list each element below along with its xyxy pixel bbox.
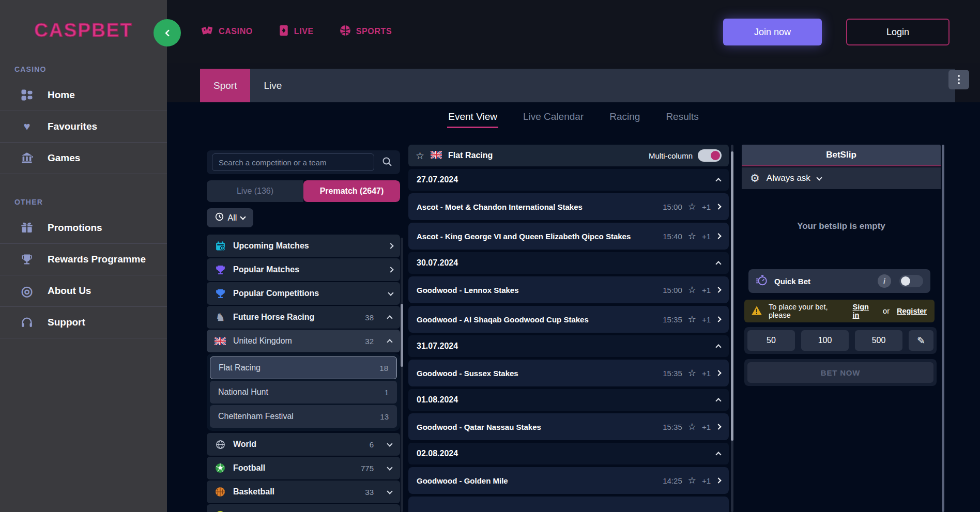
- event-name: Ascot - Moet & Chandon International Sta…: [417, 203, 583, 211]
- event-time: 15:35: [663, 369, 682, 378]
- sidebar-item-rewards[interactable]: Rewards Programme: [0, 244, 167, 275]
- prematch-filter-tab[interactable]: Prematch (2647): [303, 180, 400, 202]
- favourite-star-icon[interactable]: ☆: [688, 421, 696, 432]
- bet-now-button[interactable]: BET NOW: [747, 362, 933, 383]
- time-filter-value: All: [228, 213, 237, 223]
- favourite-star-icon[interactable]: ☆: [688, 367, 696, 379]
- date-group-header[interactable]: 30.07.2024: [408, 252, 729, 274]
- chevron-up-icon: [387, 339, 392, 345]
- tab-results[interactable]: Results: [665, 109, 699, 127]
- sport-item-world[interactable]: World 6: [207, 433, 400, 456]
- sidebar-item-support[interactable]: Support: [0, 307, 167, 338]
- sport-label: World: [233, 440, 256, 449]
- event-row[interactable]: Goodwood - Golden Mile 14:25 ☆ +1: [408, 467, 729, 494]
- tab-sport[interactable]: Sport: [200, 69, 250, 102]
- date-group-header[interactable]: 27.07.2024: [408, 169, 729, 191]
- menu-item-popular-competitions[interactable]: Popular Competitions: [207, 282, 400, 305]
- sport-label: Basketball: [233, 487, 274, 497]
- sign-in-link[interactable]: Sign in: [853, 303, 876, 319]
- cards-icon: [201, 25, 213, 38]
- join-now-button[interactable]: Join now: [723, 19, 822, 45]
- nav-sports[interactable]: SPORTS: [340, 25, 392, 38]
- subcategory-cheltenham-festival[interactable]: Cheltenham Festival 13: [210, 405, 397, 428]
- tab-event-view[interactable]: Event View: [447, 109, 498, 128]
- event-name: Goodwood - Qatar Nassau Stakes: [417, 423, 541, 431]
- sidebar-item-promotions[interactable]: Promotions: [0, 212, 167, 244]
- event-row-partial[interactable]: [408, 497, 729, 512]
- nav-casino[interactable]: CASINO: [201, 25, 253, 38]
- subcategory-national-hunt[interactable]: National Hunt 1: [210, 381, 397, 404]
- stake-button-100[interactable]: 100: [801, 330, 849, 351]
- date-group-header[interactable]: 01.08.2024: [408, 389, 729, 411]
- time-filter-dropdown[interactable]: All: [207, 208, 253, 227]
- event-name: Goodwood - Sussex Stakes: [417, 369, 518, 378]
- subcategory-flat-racing[interactable]: Flat Racing 18: [210, 356, 397, 379]
- nav-live[interactable]: LIVE: [279, 25, 314, 38]
- sport-item-football[interactable]: Football 775: [207, 457, 400, 479]
- favourite-star-icon[interactable]: ☆: [688, 314, 696, 325]
- slot-machine-icon: [20, 152, 34, 164]
- multi-column-label: Multi-column: [649, 151, 693, 160]
- more-markets-count: +1: [702, 232, 711, 241]
- sport-count: 775: [361, 464, 374, 473]
- multi-column-toggle[interactable]: [698, 149, 722, 162]
- sidebar-item-home[interactable]: Home: [0, 80, 167, 111]
- tab-live-calendar[interactable]: Live Calendar: [522, 109, 585, 127]
- target-icon: ◎: [20, 283, 34, 299]
- tab-live[interactable]: Live: [250, 69, 295, 102]
- quick-bet-toggle[interactable]: [899, 275, 923, 287]
- competitions-scrollbar-thumb[interactable]: [401, 304, 403, 367]
- login-button[interactable]: Login: [846, 19, 950, 45]
- chevron-right-icon: [715, 424, 721, 429]
- events-scrollbar-thumb[interactable]: [731, 151, 733, 441]
- live-filter-tab[interactable]: Live (136): [207, 180, 303, 202]
- betslip-scrollbar-thumb[interactable]: [942, 145, 944, 512]
- favourite-star-icon[interactable]: ☆: [688, 284, 696, 296]
- date-group-header[interactable]: 02.08.2024: [408, 443, 729, 464]
- chevron-left-icon: [164, 29, 172, 36]
- menu-item-united-kingdom[interactable]: United Kingdom 32: [207, 330, 400, 352]
- menu-item-popular-matches[interactable]: Popular Matches: [207, 258, 400, 281]
- stake-button-500[interactable]: 500: [855, 330, 902, 351]
- menu-item-future-horse-racing[interactable]: ♞ Future Horse Racing 38: [207, 306, 400, 329]
- favourite-star-icon[interactable]: ☆: [416, 150, 424, 162]
- sidebar-collapse-button[interactable]: [154, 19, 181, 46]
- sport-item-tennis[interactable]: Tennis 533: [207, 504, 400, 512]
- menu-item-upcoming-matches[interactable]: Upcoming Matches: [207, 235, 400, 257]
- register-link[interactable]: Register: [897, 307, 927, 315]
- date-group-header[interactable]: 31.07.2024: [408, 335, 729, 357]
- event-row[interactable]: Goodwood - Sussex Stakes 15:35 ☆ +1: [408, 360, 729, 386]
- betslip-settings-dropdown[interactable]: ⚙ Always ask: [742, 167, 941, 189]
- uk-flag-icon: [431, 151, 442, 161]
- event-row[interactable]: Goodwood - Qatar Nassau Stakes 15:35 ☆ +…: [408, 413, 729, 440]
- favourite-star-icon[interactable]: ☆: [688, 475, 696, 486]
- sidebar-item-label: Support: [48, 317, 85, 328]
- sidebar-item-label: Games: [48, 152, 80, 164]
- favourite-star-icon[interactable]: ☆: [688, 201, 696, 212]
- tab-racing[interactable]: Racing: [608, 109, 641, 127]
- event-row[interactable]: Goodwood - Al Shaqab Goodwood Cup Stakes…: [408, 306, 729, 333]
- more-options-button[interactable]: [948, 70, 969, 89]
- edit-stake-button[interactable]: ✎: [909, 330, 933, 351]
- info-icon[interactable]: i: [878, 274, 891, 288]
- sidebar-item-games[interactable]: Games: [0, 143, 167, 174]
- sidebar-item-favourites[interactable]: ♥ Favourites: [0, 111, 167, 143]
- nav-label: SPORTS: [356, 27, 392, 36]
- event-row[interactable]: Ascot - Moet & Chandon International Sta…: [408, 193, 729, 220]
- search-button[interactable]: [378, 153, 396, 171]
- stake-button-50[interactable]: 50: [747, 330, 795, 351]
- sport-item-basketball[interactable]: Basketball 33: [207, 480, 400, 503]
- competitions-scrollbar-track[interactable]: [401, 238, 403, 512]
- trophy-blue-icon: [214, 288, 226, 299]
- event-row[interactable]: Goodwood - Lennox Stakes 15:00 ☆ +1: [408, 276, 729, 303]
- more-markets-count: +1: [702, 203, 711, 211]
- chevron-right-icon: [715, 204, 721, 209]
- sidebar-item-about[interactable]: ◎ About Us: [0, 275, 167, 307]
- favourite-star-icon[interactable]: ☆: [688, 230, 696, 242]
- search-input[interactable]: [212, 153, 374, 171]
- event-row[interactable]: Ascot - King George VI and Queen Elizabe…: [408, 223, 729, 250]
- date-label: 01.08.2024: [417, 395, 458, 405]
- menu-item-label: Popular Competitions: [233, 289, 319, 298]
- headset-icon: [20, 316, 34, 329]
- mode-tabs: Sport Live: [200, 69, 955, 102]
